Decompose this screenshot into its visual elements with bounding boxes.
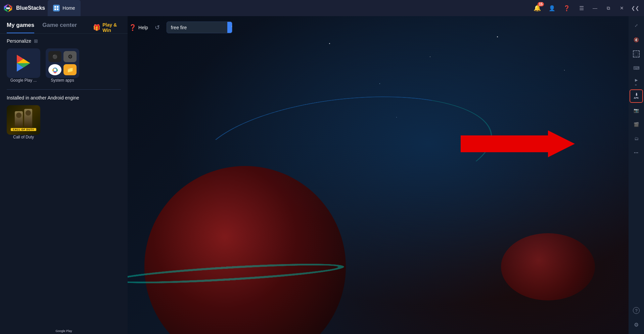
selection-icon: ⬚ bbox=[633, 50, 640, 57]
personalize-row: Personalize ⊞ bbox=[7, 38, 121, 44]
tab-icon bbox=[53, 5, 60, 11]
window-controls: — ⧉ ✕ ❮❮ bbox=[589, 2, 641, 14]
search-box: 🔍 bbox=[167, 22, 232, 33]
cod-inner: CALL OF DUTY bbox=[7, 105, 40, 135]
close-icon: ✕ bbox=[620, 5, 624, 11]
nav-tabs: My games Game center 🎁 Play & Win ❓ Help… bbox=[0, 16, 128, 34]
refresh-button[interactable]: ↺ bbox=[155, 24, 160, 31]
expand-icon: ⤢ bbox=[635, 23, 638, 28]
tab-game-center[interactable]: Game center bbox=[42, 22, 77, 33]
screenshot-icon: 📷 bbox=[634, 108, 639, 113]
video-sidebar-button[interactable]: 🎬 bbox=[630, 118, 643, 131]
sys-icon-files: 📁 bbox=[63, 64, 77, 75]
more-icon: ••• bbox=[634, 151, 639, 155]
apk-install-sidebar-button[interactable]: ⬇ APK bbox=[630, 89, 643, 103]
notification-badge: 15 bbox=[538, 2, 544, 6]
system-apps-thumb: ⚫ ⚙ bbox=[46, 48, 79, 78]
google-play-logo bbox=[15, 54, 32, 73]
folder-sidebar-button[interactable]: 🗂 bbox=[630, 132, 643, 145]
volume-icon: 🔇 bbox=[634, 37, 639, 42]
game-item-system-apps[interactable]: ⚫ ⚙ bbox=[46, 48, 79, 83]
search-icon: 🔍 bbox=[231, 24, 232, 31]
game-label-call-of-duty: Call of Duty bbox=[13, 135, 34, 139]
help-sidebar-button[interactable]: ? bbox=[630, 304, 643, 317]
menu-button[interactable]: ☰ bbox=[577, 3, 586, 13]
cast-sidebar-button[interactable]: ▶▪▪▪ bbox=[630, 75, 643, 89]
minimize-button[interactable]: — bbox=[589, 2, 601, 14]
personalize-label: Personalize bbox=[7, 38, 31, 44]
right-sidebar: ⤢ 🔇 ⬚ ⌨ ▶▪▪▪ ⬇ APK 📷 🎬 🗂 bbox=[629, 16, 644, 334]
title-bar-controls: 🔔 15 👤 ❓ ☰ bbox=[533, 3, 586, 13]
google-play-thumb: Google Play bbox=[7, 48, 40, 78]
account-button[interactable]: 👤 bbox=[547, 3, 557, 13]
selection-sidebar-button[interactable]: ⬚ bbox=[630, 47, 643, 60]
game-label-system-apps: System apps bbox=[51, 78, 74, 83]
restore-icon: ⧉ bbox=[607, 5, 610, 11]
left-panel: My games Game center 🎁 Play & Win ❓ Help… bbox=[0, 16, 128, 334]
planet-small bbox=[501, 233, 595, 300]
title-bar: BlueStacks Home 🔔 15 👤 ❓ ☰ — bbox=[0, 0, 644, 16]
sys-icon-settings: ⚫ bbox=[48, 51, 61, 62]
svg-rect-12 bbox=[57, 8, 58, 10]
top-actions: 🎁 Play & Win ❓ Help ↺ 🔍 bbox=[93, 22, 232, 33]
question-button[interactable]: ❓ bbox=[562, 3, 571, 13]
active-tab[interactable]: Home bbox=[48, 0, 80, 16]
notification-button[interactable]: 🔔 15 bbox=[533, 3, 542, 13]
games-section: Personalize ⊞ bbox=[0, 34, 128, 334]
tab-label: Home bbox=[62, 5, 75, 11]
settings-sidebar-button[interactable]: ⚙ bbox=[630, 318, 643, 331]
question-icon: ❓ bbox=[563, 5, 570, 11]
svg-rect-9 bbox=[54, 6, 56, 8]
keyboard-icon: ⌨ bbox=[633, 66, 640, 71]
game-item-google-play[interactable]: Google Play Google Play ... bbox=[7, 48, 40, 83]
grid-icon[interactable]: ⊞ bbox=[34, 38, 38, 44]
keyboard-sidebar-button[interactable]: ⌨ bbox=[630, 61, 643, 75]
collapse-icon: ❮❮ bbox=[631, 5, 639, 11]
another-engine-games-grid: CALL OF DUTY Call of Duty bbox=[7, 105, 121, 139]
help-button[interactable]: ❓ Help bbox=[129, 24, 148, 31]
main-layout: My games Game center 🎁 Play & Win ❓ Help… bbox=[0, 16, 644, 334]
collapse-button[interactable]: ❮❮ bbox=[629, 2, 641, 14]
section-divider bbox=[7, 89, 121, 90]
expand-sidebar-button[interactable]: ⤢ bbox=[630, 19, 643, 32]
sys-icon-gear: ⚙ bbox=[63, 51, 77, 62]
svg-rect-10 bbox=[57, 6, 58, 8]
menu-icon: ☰ bbox=[579, 5, 584, 11]
tab-my-games[interactable]: My games bbox=[7, 22, 34, 33]
call-of-duty-thumb: CALL OF DUTY bbox=[7, 105, 40, 135]
main-content bbox=[128, 16, 629, 334]
screenshot-sidebar-button[interactable]: 📷 bbox=[630, 103, 643, 117]
bluestacks-logo bbox=[3, 3, 13, 13]
svg-rect-11 bbox=[54, 8, 56, 10]
play-win-button[interactable]: 🎁 Play & Win bbox=[93, 22, 122, 33]
refresh-icon: ↺ bbox=[155, 24, 160, 31]
installed-games-grid: Google Play Google Play ... ⚫ ⚙ bbox=[7, 48, 121, 83]
help-icon: ? bbox=[633, 307, 640, 314]
sys-icon-chrome bbox=[48, 64, 61, 75]
volume-sidebar-button[interactable]: 🔇 bbox=[630, 33, 643, 46]
apk-install-icon: ⬇ APK bbox=[634, 92, 639, 100]
search-input[interactable] bbox=[167, 23, 227, 32]
cast-icon: ▶▪▪▪ bbox=[635, 78, 638, 86]
help-circle-icon: ❓ bbox=[129, 24, 136, 31]
gift-icon: 🎁 bbox=[93, 24, 100, 31]
another-engine-section-title: Installed in another Android engine bbox=[7, 95, 121, 100]
svg-point-20 bbox=[54, 69, 56, 71]
logo-area: BlueStacks bbox=[3, 3, 45, 13]
account-icon: 👤 bbox=[549, 5, 555, 11]
brand-name: BlueStacks bbox=[16, 5, 45, 11]
game-item-call-of-duty[interactable]: CALL OF DUTY Call of Duty bbox=[7, 105, 40, 139]
minimize-icon: — bbox=[593, 5, 597, 11]
folder-icon: 🗂 bbox=[634, 136, 639, 141]
settings-icon: ⚙ bbox=[634, 322, 639, 328]
game-label-google-play: Google Play ... bbox=[10, 78, 37, 83]
more-sidebar-button[interactable]: ••• bbox=[630, 146, 643, 159]
search-button[interactable]: 🔍 bbox=[227, 22, 232, 33]
video-icon: 🎬 bbox=[634, 122, 639, 127]
close-button[interactable]: ✕ bbox=[616, 2, 628, 14]
restore-button[interactable]: ⧉ bbox=[602, 2, 614, 14]
